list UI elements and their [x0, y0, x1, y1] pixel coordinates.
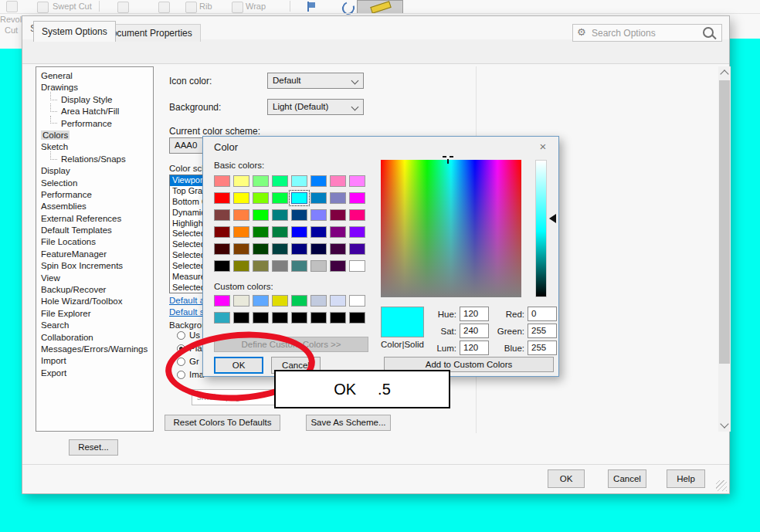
sidebar-item-collaboration[interactable]: Collaboration — [41, 332, 153, 344]
radio-icon[interactable] — [177, 331, 185, 340]
color-swatch[interactable] — [291, 260, 307, 272]
sidebar-item-drawings[interactable]: Drawings — [41, 82, 153, 93]
help-button[interactable]: Help — [667, 469, 705, 488]
sidebar-item-sketch[interactable]: Sketch — [41, 141, 153, 153]
color-swatch[interactable] — [291, 226, 307, 238]
color-swatch[interactable] — [214, 243, 230, 255]
hue-input[interactable]: 120 — [460, 307, 489, 321]
color-swatch[interactable] — [349, 243, 365, 255]
sidebar-item-file-locations[interactable]: File Locations — [41, 236, 153, 248]
color-swatch[interactable] — [330, 260, 346, 272]
sidebar-item-area-hatch-fill[interactable]: Area Hatch/Fill — [41, 106, 153, 117]
sidebar-item-performance[interactable]: Performance — [41, 189, 153, 201]
sidebar-item-colors[interactable]: Colors — [41, 130, 153, 141]
color-swatch[interactable] — [310, 295, 327, 307]
reset-colors-button[interactable]: Reset Colors To Defaults — [165, 415, 280, 431]
tab-system-options[interactable]: System Options — [33, 21, 116, 42]
color-swatch[interactable] — [214, 209, 230, 221]
resize-grip[interactable] — [716, 480, 727, 491]
color-swatch[interactable] — [214, 295, 230, 307]
color-swatch[interactable] — [349, 260, 365, 272]
color-swatch[interactable] — [272, 192, 288, 204]
sidebar-item-relations-snaps[interactable]: Relations/Snaps — [41, 154, 153, 165]
background-select[interactable]: Light (Default) — [267, 99, 364, 115]
sidebar-item-assemblies[interactable]: Assemblies — [41, 201, 153, 212]
color-swatch[interactable] — [253, 226, 269, 238]
sidebar-item-backup-recover[interactable]: Backup/Recover — [41, 284, 153, 296]
icon-color-select[interactable]: Default — [267, 73, 364, 89]
color-swatch[interactable] — [253, 260, 269, 272]
sidebar-item-search[interactable]: Search — [41, 320, 153, 331]
color-swatch[interactable] — [214, 260, 230, 272]
color-swatch[interactable] — [291, 192, 307, 204]
color-swatch[interactable] — [330, 175, 346, 187]
color-swatch[interactable] — [272, 260, 288, 272]
shield-icon[interactable] — [117, 2, 129, 13]
sidebar-item-default-templates[interactable]: Default Templates — [41, 225, 153, 236]
ok-button[interactable]: OK — [548, 469, 585, 488]
measure-tool-button[interactable] — [357, 0, 403, 14]
close-icon[interactable]: × — [534, 139, 552, 154]
cancel-button[interactable]: Cancel — [608, 469, 646, 488]
sidebar-item-hole-wizard-toolbox[interactable]: Hole Wizard/Toolbox — [41, 296, 153, 307]
color-swatch[interactable] — [272, 175, 288, 187]
reset-button[interactable]: Reset... — [69, 439, 118, 456]
color-swatch[interactable] — [330, 226, 346, 238]
lum-input[interactable]: 120 — [460, 341, 489, 355]
loop-icon[interactable] — [340, 0, 357, 17]
vertical-scrollbar[interactable] — [718, 66, 731, 432]
sidebar-item-selection[interactable]: Selection — [41, 178, 153, 189]
color-swatch[interactable] — [349, 192, 365, 204]
color-swatch[interactable] — [233, 209, 249, 221]
color-swatch[interactable] — [310, 243, 327, 255]
red-input[interactable]: 0 — [528, 307, 557, 321]
sidebar-item-view[interactable]: View — [41, 273, 153, 284]
color-swatch[interactable] — [310, 209, 327, 221]
save-as-scheme-button[interactable]: Save As Scheme... — [306, 415, 391, 431]
revolved-cut-icon[interactable] — [6, 1, 18, 12]
sidebar-item-file-explorer[interactable]: File Explorer — [41, 308, 153, 320]
color-swatch[interactable] — [253, 295, 269, 307]
color-swatch[interactable] — [214, 192, 230, 204]
search-options-input[interactable]: ⚙ Search Options — [572, 24, 722, 42]
color-swatch[interactable] — [233, 312, 249, 324]
scrollbar-thumb[interactable] — [719, 80, 730, 364]
swept-cut-button[interactable]: Swept Cut — [53, 2, 92, 11]
color-swatch[interactable] — [291, 209, 307, 221]
flag-icon[interactable] — [307, 2, 316, 12]
color-swatch[interactable] — [291, 243, 307, 255]
search-icon[interactable] — [703, 27, 714, 38]
rib-button[interactable]: Rib — [199, 2, 212, 11]
color-swatch[interactable] — [330, 312, 346, 324]
color-swatch[interactable] — [233, 243, 249, 255]
color-swatch[interactable] — [253, 312, 269, 324]
sidebar-item-import[interactable]: Import — [41, 355, 153, 367]
color-swatch[interactable] — [253, 243, 269, 255]
scroll-down-icon[interactable] — [720, 419, 728, 428]
green-input[interactable]: 255 — [528, 324, 557, 338]
color-swatch[interactable] — [349, 295, 365, 307]
color-swatch[interactable] — [272, 209, 288, 221]
color-swatch[interactable] — [291, 312, 307, 324]
wrap-button[interactable]: Wrap — [246, 2, 266, 11]
color-swatch[interactable] — [214, 226, 230, 238]
color-swatch[interactable] — [253, 192, 269, 204]
color-swatch[interactable] — [349, 226, 365, 238]
scroll-up-icon[interactable] — [720, 69, 728, 78]
sidebar-item-display-style[interactable]: Display Style — [41, 94, 153, 106]
color-swatch[interactable] — [291, 295, 307, 307]
color-swatch[interactable] — [291, 175, 307, 187]
color-swatch[interactable] — [310, 226, 327, 238]
color-swatch[interactable] — [330, 209, 346, 221]
color-swatch[interactable] — [310, 192, 327, 204]
sidebar-item-export[interactable]: Export — [41, 368, 153, 379]
color-swatch[interactable] — [214, 312, 230, 324]
color-swatch[interactable] — [233, 192, 249, 204]
swept-cut-icon[interactable] — [37, 2, 49, 13]
color-swatch[interactable] — [233, 226, 249, 238]
color-swatch[interactable] — [330, 295, 346, 307]
sidebar-item-general[interactable]: General — [41, 70, 153, 82]
sidebar-item-featuremanager[interactable]: FeatureManager — [41, 249, 153, 260]
pattern-icon[interactable] — [158, 2, 170, 13]
color-swatch[interactable] — [233, 295, 249, 307]
